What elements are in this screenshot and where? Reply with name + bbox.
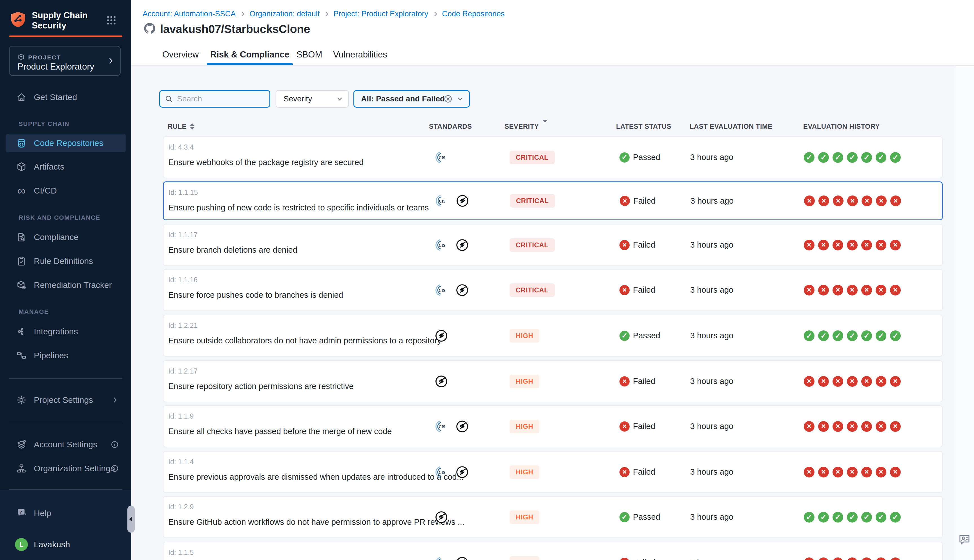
history-fail-icon[interactable]: ×: [832, 240, 843, 250]
history-pass-icon[interactable]: ✓: [804, 330, 814, 341]
tab-risk-and-compliance[interactable]: Risk & Compliance: [210, 44, 289, 65]
history-fail-icon[interactable]: ×: [804, 285, 814, 295]
history-fail-icon[interactable]: ×: [861, 240, 872, 250]
table-row[interactable]: Id: 1.1.4 Ensure previous approvals are …: [163, 451, 943, 493]
history-fail-icon[interactable]: ×: [818, 421, 829, 432]
history-fail-icon[interactable]: ×: [832, 467, 843, 477]
table-row[interactable]: Id: 1.1.9 Ensure all checks have passed …: [163, 405, 943, 447]
history-pass-icon[interactable]: ✓: [832, 152, 843, 163]
history-pass-icon[interactable]: ✓: [861, 330, 872, 341]
history-fail-icon[interactable]: ×: [804, 195, 815, 206]
sidebar-item-remediation-tracker[interactable]: Remediation Tracker: [6, 276, 126, 294]
sidebar-item-code-repositories[interactable]: Code Repositories: [6, 134, 126, 152]
history-fail-icon[interactable]: ×: [862, 195, 872, 206]
history-fail-icon[interactable]: ×: [876, 467, 886, 477]
sidebar-item-rule-definitions[interactable]: Rule Definitions: [6, 252, 126, 270]
sidebar-item-cicd[interactable]: ∞ CI/CD: [6, 182, 126, 200]
history-fail-icon[interactable]: ×: [832, 376, 843, 387]
history-fail-icon[interactable]: ×: [861, 421, 872, 432]
history-pass-icon[interactable]: ✓: [818, 330, 829, 341]
module-switcher-grid-icon[interactable]: [106, 15, 117, 26]
history-fail-icon[interactable]: ×: [876, 421, 886, 432]
history-fail-icon[interactable]: ×: [890, 557, 901, 560]
sidebar-item-integrations[interactable]: Integrations: [6, 322, 126, 341]
user-menu[interactable]: L Lavakush: [6, 535, 126, 554]
history-fail-icon[interactable]: ×: [832, 421, 843, 432]
feedback-chat-icon[interactable]: [958, 533, 971, 546]
history-pass-icon[interactable]: ✓: [890, 152, 901, 163]
history-fail-icon[interactable]: ×: [832, 557, 843, 560]
sidebar-item-pipelines[interactable]: Pipelines: [6, 346, 126, 365]
history-fail-icon[interactable]: ×: [804, 421, 814, 432]
history-fail-icon[interactable]: ×: [876, 376, 886, 387]
history-pass-icon[interactable]: ✓: [876, 512, 886, 523]
history-fail-icon[interactable]: ×: [861, 285, 872, 295]
history-pass-icon[interactable]: ✓: [890, 330, 901, 341]
history-fail-icon[interactable]: ×: [876, 240, 886, 250]
breadcrumb-code-repositories-link[interactable]: Code Repositories: [442, 10, 505, 18]
history-fail-icon[interactable]: ×: [890, 285, 901, 295]
history-fail-icon[interactable]: ×: [818, 557, 829, 560]
history-pass-icon[interactable]: ✓: [890, 512, 901, 523]
history-pass-icon[interactable]: ✓: [876, 330, 886, 341]
tab-overview[interactable]: Overview: [162, 44, 199, 65]
info-icon[interactable]: [110, 464, 119, 473]
breadcrumb-account-link[interactable]: Account: Automation-SSCA: [143, 10, 235, 18]
clear-filter-x-circle-icon[interactable]: [444, 94, 453, 103]
table-row[interactable]: Id: 1.1.16 Ensure force pushes code to b…: [163, 269, 943, 311]
history-fail-icon[interactable]: ×: [833, 195, 844, 206]
history-fail-icon[interactable]: ×: [847, 467, 857, 477]
breadcrumb-project-link[interactable]: Project: Product Exploratory: [334, 10, 428, 18]
table-row[interactable]: Id: 1.1.15 Ensure pushing of new code is…: [163, 182, 943, 220]
history-fail-icon[interactable]: ×: [890, 421, 901, 432]
history-fail-icon[interactable]: ×: [890, 240, 901, 250]
sidebar-item-organization-settings[interactable]: Organization Settings: [6, 459, 126, 478]
history-pass-icon[interactable]: ✓: [832, 330, 843, 341]
history-fail-icon[interactable]: ×: [804, 240, 814, 250]
history-fail-icon[interactable]: ×: [818, 240, 829, 250]
history-pass-icon[interactable]: ✓: [847, 152, 857, 163]
table-row[interactable]: Id: 1.2.9 Ensure GitHub action workflows…: [163, 496, 943, 538]
status-filter-dropdown[interactable]: All: Passed and Failed: [354, 90, 470, 108]
severity-filter-dropdown[interactable]: Severity: [276, 90, 349, 108]
history-fail-icon[interactable]: ×: [818, 376, 829, 387]
history-pass-icon[interactable]: ✓: [804, 512, 814, 523]
table-row[interactable]: Id: 1.2.21 Ensure outside collaborators …: [163, 315, 943, 357]
history-pass-icon[interactable]: ✓: [847, 330, 857, 341]
history-fail-icon[interactable]: ×: [847, 557, 857, 560]
sidebar-collapse-handle[interactable]: [127, 506, 135, 533]
history-pass-icon[interactable]: ✓: [832, 512, 843, 523]
history-fail-icon[interactable]: ×: [847, 285, 857, 295]
history-pass-icon[interactable]: ✓: [861, 512, 872, 523]
history-fail-icon[interactable]: ×: [804, 376, 814, 387]
history-pass-icon[interactable]: ✓: [818, 512, 829, 523]
history-pass-icon[interactable]: ✓: [861, 152, 872, 163]
history-fail-icon[interactable]: ×: [890, 376, 901, 387]
tab-vulnerabilities[interactable]: Vulnerabilities: [333, 44, 387, 65]
history-fail-icon[interactable]: ×: [804, 557, 814, 560]
table-row[interactable]: Id: 1.2.17 Ensure repository action perm…: [163, 360, 943, 402]
table-row[interactable]: Id: 4.3.4 Ensure webhooks of the package…: [163, 136, 943, 178]
history-pass-icon[interactable]: ✓: [818, 152, 829, 163]
table-row[interactable]: Id: 1.1.5 CIS HIGH × Failed 3 hours ago …: [163, 542, 943, 560]
search-input[interactable]: [177, 94, 262, 103]
sidebar-item-help[interactable]: ? Help: [6, 504, 126, 523]
history-fail-icon[interactable]: ×: [818, 467, 829, 477]
history-fail-icon[interactable]: ×: [876, 195, 887, 206]
history-fail-icon[interactable]: ×: [861, 376, 872, 387]
sidebar-item-account-settings[interactable]: Account Settings: [6, 435, 126, 454]
table-row[interactable]: Id: 1.1.17 Ensure branch deletions are d…: [163, 224, 943, 266]
breadcrumb-organization-link[interactable]: Organization: default: [249, 10, 320, 18]
history-fail-icon[interactable]: ×: [861, 557, 872, 560]
column-header-severity[interactable]: SEVERITY: [504, 123, 547, 130]
history-fail-icon[interactable]: ×: [847, 195, 858, 206]
history-fail-icon[interactable]: ×: [847, 421, 857, 432]
info-icon[interactable]: [110, 440, 119, 449]
history-fail-icon[interactable]: ×: [876, 285, 886, 295]
history-fail-icon[interactable]: ×: [832, 285, 843, 295]
history-fail-icon[interactable]: ×: [890, 195, 901, 206]
history-fail-icon[interactable]: ×: [804, 467, 814, 477]
sidebar-item-get-started[interactable]: Get Started: [6, 88, 126, 107]
project-selector[interactable]: PROJECT Product Exploratory: [9, 46, 121, 76]
history-fail-icon[interactable]: ×: [818, 285, 829, 295]
